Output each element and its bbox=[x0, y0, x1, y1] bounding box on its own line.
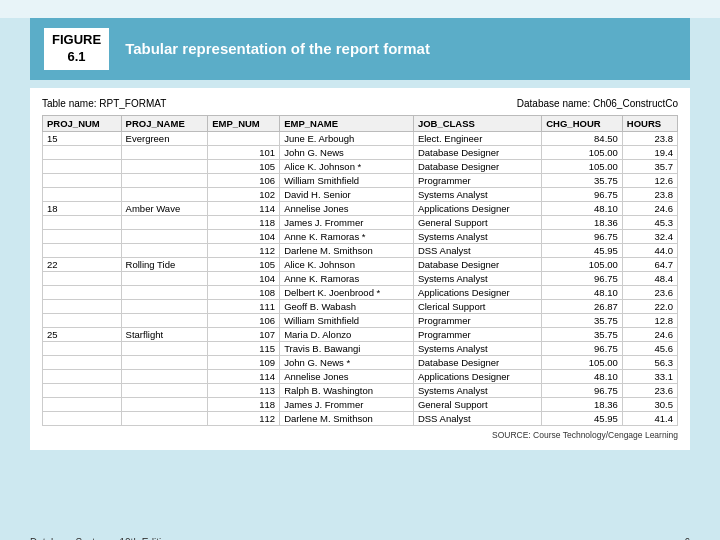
table-row: 101John G. NewsDatabase Designer105.0019… bbox=[43, 145, 678, 159]
col-emp-num: EMP_NUM bbox=[208, 115, 280, 131]
header-title: Tabular representation of the report for… bbox=[125, 40, 430, 57]
table-row: 115Travis B. BawangiSystems Analyst96.75… bbox=[43, 341, 678, 355]
table-row: 25Starflight107Maria D. AlonzoProgrammer… bbox=[43, 327, 678, 341]
col-proj-num: PROJ_NUM bbox=[43, 115, 122, 131]
table-row: 18Amber Wave114Annelise JonesApplication… bbox=[43, 201, 678, 215]
figure-label: FIGURE 6.1 bbox=[44, 28, 109, 70]
header-band: FIGURE 6.1 Tabular representation of the… bbox=[30, 18, 690, 80]
table-row: 113Ralph B. WashingtonSystems Analyst96.… bbox=[43, 383, 678, 397]
table-row: 104Anne K. Ramoras *Systems Analyst96.75… bbox=[43, 229, 678, 243]
table-row: 108Delbert K. Joenbrood *Applications De… bbox=[43, 285, 678, 299]
table-row: 102David H. SeniorSystems Analyst96.7523… bbox=[43, 187, 678, 201]
col-proj-name: PROJ_NAME bbox=[121, 115, 208, 131]
table-name: Table name: RPT_FORMAT bbox=[42, 98, 166, 109]
table-row: 112Darlene M. SmithsonDSS Analyst45.9541… bbox=[43, 411, 678, 425]
content-area: Table name: RPT_FORMAT Database name: Ch… bbox=[30, 88, 690, 450]
table-row: 105Alice K. Johnson *Database Designer10… bbox=[43, 159, 678, 173]
table-row: 118James J. FrommerGeneral Support18.364… bbox=[43, 215, 678, 229]
table-row: 114Annelise JonesApplications Designer48… bbox=[43, 369, 678, 383]
table-row: 111Geoff B. WabashClerical Support26.872… bbox=[43, 299, 678, 313]
table-row: 104Anne K. RamorasSystems Analyst96.7548… bbox=[43, 271, 678, 285]
table-row: 22Rolling Tide105Alice K. JohnsonDatabas… bbox=[43, 257, 678, 271]
page-container: FIGURE 6.1 Tabular representation of the… bbox=[0, 18, 720, 540]
col-chg-hour: CHG_HOUR bbox=[542, 115, 623, 131]
table-row: 109John G. News *Database Designer105.00… bbox=[43, 355, 678, 369]
table-row: 118James J. FrommerGeneral Support18.363… bbox=[43, 397, 678, 411]
col-job-class: JOB_CLASS bbox=[413, 115, 541, 131]
data-table: PROJ_NUM PROJ_NAME EMP_NUM EMP_NAME JOB_… bbox=[42, 115, 678, 426]
table-row: 112Darlene M. SmithsonDSS Analyst45.9544… bbox=[43, 243, 678, 257]
table-row: 106William SmithfieldProgrammer35.7512.6 bbox=[43, 173, 678, 187]
col-hours: HOURS bbox=[622, 115, 677, 131]
source-line: SOURCE: Course Technology/Cengage Learni… bbox=[42, 430, 678, 440]
table-row: 106William SmithfieldProgrammer35.7512.8 bbox=[43, 313, 678, 327]
table-row: 15EvergreenJune E. ArboughElect. Enginee… bbox=[43, 131, 678, 145]
col-emp-name: EMP_NAME bbox=[280, 115, 414, 131]
meta-row: Table name: RPT_FORMAT Database name: Ch… bbox=[42, 98, 678, 109]
database-name: Database name: Ch06_ConstructCo bbox=[517, 98, 678, 109]
